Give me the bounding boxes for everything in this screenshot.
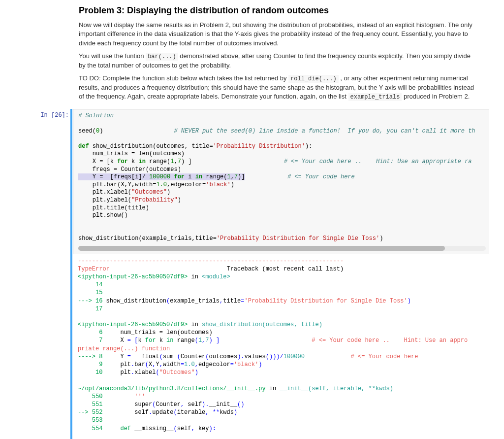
scrollbar-thumb[interactable]	[78, 246, 445, 251]
cell-selected-indicator	[70, 109, 72, 439]
horizontal-scrollbar[interactable]	[78, 246, 486, 251]
markdown-cell: Problem 3: Displaying the distribution o…	[0, 0, 477, 108]
inline-code-example-trials: example_trials	[348, 93, 402, 101]
code-cell: In [26]: # Solution seed(0) # NEVER put …	[15, 109, 489, 439]
code-block[interactable]: # Solution seed(0) # NEVER put the seed(…	[78, 112, 486, 243]
inline-code-rolldie: roll_die(...)	[288, 75, 339, 83]
inline-code-bar: bar(...)	[146, 53, 178, 61]
scrollbar-track[interactable]	[78, 246, 486, 251]
input-output-wrap: # Solution seed(0) # NEVER put the seed(…	[73, 109, 489, 439]
paragraph-2: You will use the funtion bar(...) demons…	[79, 52, 477, 70]
output-area: ----------------------------------------…	[73, 254, 489, 439]
paragraph-1: Now we will display the same results as …	[79, 21, 477, 48]
code-input-area[interactable]: # Solution seed(0) # NEVER put the seed(…	[73, 109, 489, 254]
problem-heading: Problem 3: Displaying the distribution o…	[79, 4, 477, 17]
notebook: Problem 3: Displaying the distribution o…	[0, 0, 504, 439]
selected-text: Y = [freqs[i]/ 100000 for i in range(1,7…	[78, 173, 245, 180]
paragraph-3: TO DO: Complete the function stub below …	[79, 74, 477, 101]
in-prompt: In [26]:	[15, 109, 73, 119]
